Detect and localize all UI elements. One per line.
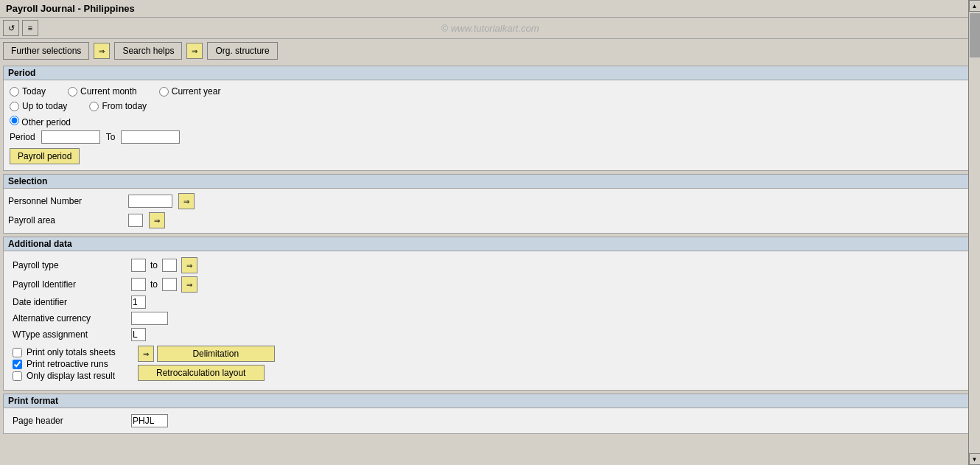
back-button[interactable]: ↺ xyxy=(3,20,19,36)
radio-current-year-label[interactable]: Current year xyxy=(159,86,221,97)
page-title: Payroll Journal - Philippines xyxy=(6,3,135,14)
radio-other-period-label[interactable]: Other period xyxy=(10,117,71,127)
additional-data-body: Payroll type to ⇒ Payroll Identifier to … xyxy=(4,251,976,390)
period-row-2: Up to today From today xyxy=(10,101,970,111)
print-retroactive-label: Print retroactive runs xyxy=(27,359,108,369)
selection-section: Selection Personnel Number ⇒ Payroll are… xyxy=(3,174,977,234)
org-structure-arrow-icon[interactable]: ⇒ xyxy=(186,43,203,59)
payroll-identifier-from-input[interactable] xyxy=(131,278,146,291)
radio-up-to-today[interactable] xyxy=(10,102,19,111)
period-field-row: Period To xyxy=(10,130,970,144)
only-display-last-label: Only display last result xyxy=(27,371,115,381)
radio-from-today[interactable] xyxy=(89,102,99,111)
toolbar: ↺ ≡ © www.tutorialkart.com xyxy=(0,18,980,39)
further-selections-label: Further selections xyxy=(11,46,81,56)
print-retroactive-checkbox[interactable] xyxy=(13,360,22,369)
scrollbar: ▲ ▼ xyxy=(968,0,980,465)
page-header-row: Page header xyxy=(7,411,973,430)
print-only-totals-checkbox[interactable] xyxy=(13,348,22,357)
print-format-header: Print format xyxy=(4,394,976,408)
personnel-number-label: Personnel Number xyxy=(8,196,122,206)
personnel-number-search-button[interactable]: ⇒ xyxy=(178,193,195,209)
payroll-type-row: Payroll type to ⇒ xyxy=(8,256,972,275)
radio-current-month-text: Current month xyxy=(80,86,137,97)
payroll-area-search-button[interactable]: ⇒ xyxy=(149,212,165,228)
period-row-1: Today Current month Current year xyxy=(10,86,970,97)
payroll-identifier-to-input[interactable] xyxy=(162,278,177,291)
delimitation-label: Delimitation xyxy=(192,349,239,359)
additional-data-section: Additional data Payroll type to ⇒ Payrol… xyxy=(3,237,977,391)
radio-current-year[interactable] xyxy=(159,87,169,97)
selection-title: Selection xyxy=(8,176,47,186)
date-identifier-input[interactable] xyxy=(131,296,146,309)
personnel-number-row: Personnel Number ⇒ xyxy=(8,193,972,209)
button-row: Further selections ⇒ Search helps ⇒ Org.… xyxy=(0,39,980,63)
radio-current-year-text: Current year xyxy=(172,86,221,97)
action-buttons-col: ⇒ Delimitation Retrocalculation layout xyxy=(138,346,275,381)
radio-today[interactable] xyxy=(10,87,19,97)
watermark: © www.tutorialkart.com xyxy=(441,23,539,34)
payroll-type-search-button[interactable]: ⇒ xyxy=(181,257,197,273)
only-display-last-row: Only display last result xyxy=(13,371,116,381)
payroll-type-to-input[interactable] xyxy=(162,259,177,272)
period-title: Period xyxy=(8,68,35,78)
payroll-type-to-label: to xyxy=(150,260,158,270)
additional-data-header: Additional data xyxy=(4,237,976,251)
checkboxes-buttons-row: Print only totals sheets Print retroacti… xyxy=(8,343,972,385)
delimitation-arrow-icon[interactable]: ⇒ xyxy=(138,346,154,362)
radio-from-today-label[interactable]: From today xyxy=(89,101,147,111)
date-identifier-label: Date identifier xyxy=(13,297,127,307)
further-selections-arrow-icon[interactable]: ⇒ xyxy=(94,43,110,59)
radio-up-to-today-label[interactable]: Up to today xyxy=(10,101,67,111)
delimitation-row: ⇒ Delimitation xyxy=(138,346,275,362)
radio-today-label[interactable]: Today xyxy=(10,86,46,97)
further-selections-button[interactable]: Further selections xyxy=(3,42,89,60)
wtype-assignment-label: WType assignment xyxy=(13,329,127,340)
payroll-identifier-search-button[interactable]: ⇒ xyxy=(181,276,197,293)
payroll-type-label: Payroll type xyxy=(13,260,127,270)
payroll-period-button[interactable]: Payroll period xyxy=(10,148,80,164)
wtype-assignment-row: WType assignment xyxy=(8,326,972,343)
scrollbar-up-arrow[interactable]: ▲ xyxy=(969,0,981,12)
period-row-3: Other period xyxy=(10,116,970,127)
period-to-label: To xyxy=(106,132,116,142)
toolbar-icons: ↺ ≡ xyxy=(3,20,38,36)
alternative-currency-input[interactable] xyxy=(131,312,168,325)
payroll-area-input[interactable] xyxy=(128,214,143,227)
selection-body: Personnel Number ⇒ Payroll area ⇒ xyxy=(4,189,976,233)
scrollbar-thumb[interactable] xyxy=(970,13,980,57)
period-to-input[interactable] xyxy=(121,130,180,144)
wtype-assignment-input[interactable] xyxy=(131,328,146,341)
radio-other-period-text: Other period xyxy=(21,117,71,127)
page-header-input[interactable] xyxy=(131,414,168,427)
title-bar: Payroll Journal - Philippines xyxy=(0,0,980,18)
selection-section-header: Selection xyxy=(4,175,976,189)
radio-other-period[interactable] xyxy=(10,116,19,125)
delimitation-button[interactable]: Delimitation xyxy=(157,346,275,362)
retrocalculation-button[interactable]: Retrocalculation layout xyxy=(138,365,265,381)
radio-current-month[interactable] xyxy=(68,87,77,97)
payroll-identifier-label: Payroll Identifier xyxy=(13,279,127,290)
radio-current-month-label[interactable]: Current month xyxy=(68,86,137,97)
period-section-header: Period xyxy=(4,66,976,80)
alternative-currency-label: Alternative currency xyxy=(13,313,127,324)
only-display-last-checkbox[interactable] xyxy=(13,371,22,381)
org-structure-label: Org. structure xyxy=(215,46,269,56)
print-retroactive-row: Print retroactive runs xyxy=(13,359,116,369)
radio-today-text: Today xyxy=(22,86,46,97)
print-format-section: Print format Page header xyxy=(3,394,977,434)
print-format-body: Page header xyxy=(4,408,976,433)
period-section: Period Today Current month Current year xyxy=(3,66,977,171)
scrollbar-down-arrow[interactable]: ▼ xyxy=(969,453,981,465)
personnel-number-input[interactable] xyxy=(128,195,172,208)
org-structure-button[interactable]: Org. structure xyxy=(207,42,277,60)
payroll-identifier-to-label: to xyxy=(150,279,158,290)
search-helps-button[interactable]: Search helps xyxy=(114,42,182,60)
print-only-totals-label: Print only totals sheets xyxy=(27,347,116,357)
page-header-label: Page header xyxy=(13,416,127,426)
retrocalculation-label: Retrocalculation layout xyxy=(156,368,245,378)
forward-button[interactable]: ≡ xyxy=(22,20,38,36)
period-from-input[interactable] xyxy=(41,130,100,144)
payroll-type-from-input[interactable] xyxy=(131,259,146,272)
period-section-body: Today Current month Current year Up to t… xyxy=(4,80,976,170)
